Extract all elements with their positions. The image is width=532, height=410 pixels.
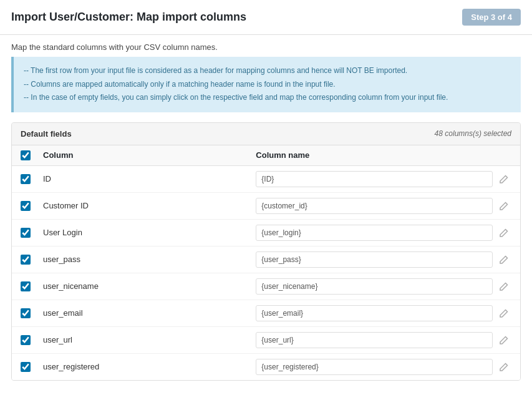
subheader-text: Map the standard columns with your CSV c… [0,35,532,57]
edit-icon-4[interactable] [496,279,511,294]
col-name-input-3[interactable] [256,251,493,268]
col-name-input-0[interactable] [256,171,493,187]
column-headers: Column Column name [12,145,520,166]
field-label-1: Customer ID [43,201,256,210]
table-row: user_registered [12,354,520,380]
col-name-input-2[interactable] [256,225,493,241]
table-row: ID [12,166,520,193]
col-name-4 [256,278,511,295]
page-title: Import User/Customer: Map import columns [11,11,246,24]
col-name-input-7[interactable] [256,359,493,375]
col-name-2 [256,225,511,241]
col-name-0 [256,171,511,187]
field-label-5: user_email [43,308,256,318]
table-row: user_email [12,300,520,327]
info-line-3: -- In the case of empty fields, you can … [24,91,511,105]
info-line-1: -- The first row from your input file is… [24,64,511,78]
col-name-6 [256,332,511,348]
col-header-column: Column [43,150,256,160]
edit-icon-0[interactable] [496,172,511,187]
table-row: Customer ID [12,193,520,220]
step-badge: Step 3 of 4 [462,9,521,26]
table-section-header: Default fields 48 columns(s) selected [12,123,520,145]
edit-icon-5[interactable] [496,306,511,321]
col-name-7 [256,359,511,375]
col-name-input-6[interactable] [256,332,493,348]
field-label-3: user_pass [43,255,256,264]
field-label-0: ID [43,174,256,183]
edit-icon-2[interactable] [496,225,511,240]
info-box: -- The first row from your input file is… [11,57,521,112]
col-name-input-1[interactable] [256,198,493,214]
select-all-checkbox[interactable] [21,150,31,160]
col-name-input-4[interactable] [256,278,493,295]
edit-icon-1[interactable] [496,198,511,213]
col-name-1 [256,198,511,214]
info-line-2: -- Columns are mapped automatically only… [24,78,511,92]
row-checkbox-4[interactable] [21,281,31,291]
table-row: User Login [12,220,520,246]
field-label-4: user_nicename [43,281,256,291]
table-row: user_nicename [12,273,520,300]
columns-table: Default fields 48 columns(s) selected Co… [11,122,521,381]
edit-icon-3[interactable] [496,252,511,267]
edit-icon-6[interactable] [496,333,511,348]
row-checkbox-6[interactable] [21,335,31,345]
field-label-7: user_registered [43,362,256,371]
row-checkbox-1[interactable] [21,201,31,211]
section-title: Default fields [21,129,72,139]
field-label-2: User Login [43,228,256,237]
header-checkbox-col[interactable] [21,150,43,160]
row-checkbox-2[interactable] [21,228,31,238]
columns-selected-count: 48 columns(s) selected [435,129,511,138]
row-checkbox-0[interactable] [21,174,31,184]
col-name-3 [256,251,511,268]
table-row: user_url [12,327,520,354]
page-header: Import User/Customer: Map import columns… [0,0,532,35]
row-checkbox-7[interactable] [21,362,31,372]
field-label-6: user_url [43,335,256,344]
edit-icon-7[interactable] [496,359,511,374]
col-name-5 [256,305,511,321]
table-row: user_pass [12,246,520,273]
row-checkbox-5[interactable] [21,308,31,318]
col-name-input-5[interactable] [256,305,493,321]
col-header-name: Column name [256,150,511,160]
row-checkbox-3[interactable] [21,255,31,265]
